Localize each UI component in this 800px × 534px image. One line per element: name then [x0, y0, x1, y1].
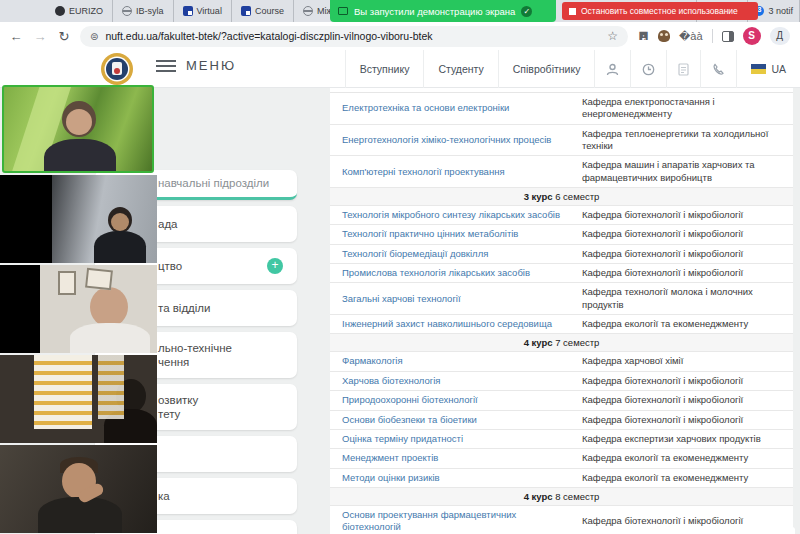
- department-cell: Кафедра екології та екоменеджменту: [576, 449, 793, 467]
- profile-avatar[interactable]: S: [743, 27, 761, 45]
- reload-icon[interactable]: ↻: [56, 29, 72, 44]
- stop-sharing-button[interactable]: Остановить совместное использование: [562, 2, 758, 20]
- browser-tab[interactable]: Virtual: [174, 0, 232, 22]
- discipline-cell: Менеджмент проектів: [330, 449, 576, 467]
- wall-frame: [85, 268, 113, 291]
- discipline-link[interactable]: Фармакологія: [342, 355, 403, 367]
- tab-title: 3 notif: [768, 6, 793, 16]
- video-call-strip: [0, 85, 157, 534]
- profile-chip[interactable]: Д: [770, 27, 790, 45]
- participant-body: [94, 231, 146, 263]
- clock-icon: [642, 63, 655, 76]
- site-settings-icon[interactable]: ⊜: [90, 31, 98, 42]
- site-nav: Вступнику Студенту Співробітнику UA: [345, 50, 800, 88]
- language-switcher[interactable]: UA: [736, 50, 800, 88]
- participant-video-tile[interactable]: [0, 445, 157, 533]
- discipline-link[interactable]: Технологія мікробного синтезу лікарських…: [342, 209, 560, 221]
- department-cell: Кафедра біотехнології і мікробіології: [576, 225, 793, 243]
- department-cell: Кафедра біотехнології і мікробіології: [576, 264, 793, 282]
- department-cell: Кафедра біотехнології і мікробіології: [576, 391, 793, 409]
- expand-plus-icon[interactable]: +: [267, 258, 283, 274]
- table-row: Технології практично цінних метаболітів …: [330, 225, 793, 244]
- section-header-cell: 4 курс 7 семестр: [330, 334, 793, 351]
- discipline-link[interactable]: Електротехніка та основи електроніки: [342, 102, 509, 114]
- discipline-link[interactable]: Промислова технологія лікарських засобів: [342, 267, 530, 279]
- department-cell: Кафедра теплоенергетики та холодильної т…: [576, 125, 793, 156]
- forward-icon[interactable]: →: [32, 29, 48, 44]
- table-row: 3 курс 6 семестр: [330, 188, 793, 206]
- discipline-cell: Харчова біотехнологія: [330, 372, 576, 390]
- table-row: Природоохоронні біотехнології Кафедра бі…: [330, 391, 793, 410]
- university-logo[interactable]: [100, 52, 134, 86]
- participant-body: [38, 497, 122, 533]
- nav-link[interactable]: Вступнику: [345, 50, 424, 88]
- site-header: МЕНЮ Вступнику Студенту Співробітнику UA: [0, 50, 800, 88]
- contacts-nav-item[interactable]: [700, 50, 736, 88]
- discipline-cell: Фармакологія: [330, 352, 576, 370]
- browser-tab[interactable]: IB-syla: [113, 0, 174, 22]
- browser-tab[interactable]: EURIZO: [46, 0, 113, 22]
- discipline-link[interactable]: Загальні харчові технології: [342, 293, 461, 305]
- department-cell: Кафедра екології та екоменеджменту: [576, 315, 793, 333]
- footer-panel-top: [512, 527, 795, 534]
- section-header-cell: 4 курс 8 семестр: [330, 488, 793, 505]
- participant-body: [70, 323, 150, 353]
- extensions-puzzle-icon[interactable]: �àà: [679, 30, 703, 43]
- menu-toggle[interactable]: МЕНЮ: [156, 58, 236, 73]
- share-nav-item[interactable]: [594, 50, 630, 88]
- discipline-link[interactable]: Харчова біотехнологія: [342, 375, 440, 387]
- tab-favicon-icon: [241, 6, 251, 16]
- disciplines-table: Електротехніка та основи електроніки Каф…: [330, 93, 793, 534]
- discipline-cell: Природоохоронні біотехнології: [330, 391, 576, 409]
- department-cell: Кафедра біотехнології і мікробіології: [576, 206, 793, 224]
- screen-share-banner: Вы запустили демонстрацию экрана ✓: [330, 0, 556, 22]
- discipline-link[interactable]: Природоохоронні біотехнології: [342, 394, 478, 406]
- discipline-link[interactable]: Інженерний захист навколишнього середови…: [342, 318, 552, 330]
- side-panel-icon[interactable]: [722, 31, 734, 42]
- discipline-link[interactable]: Основи біобезпеки та біоетики: [342, 414, 477, 426]
- tab-favicon-icon: [183, 6, 193, 16]
- participant-video-tile[interactable]: [0, 175, 157, 263]
- table-row: Електротехніка та основи електроніки Каф…: [330, 93, 793, 125]
- discipline-cell: Інженерний захист навколишнього середови…: [330, 315, 576, 333]
- discipline-link[interactable]: Технології біоремедіації довкілля: [342, 248, 488, 260]
- discipline-link[interactable]: Технології практично цінних метаболітів: [342, 228, 518, 240]
- table-row: 4 курс 7 семестр: [330, 334, 793, 352]
- discipline-link[interactable]: Оцінка терміну придатності: [342, 433, 463, 445]
- document-icon: [678, 63, 689, 76]
- back-icon[interactable]: ←: [8, 29, 24, 44]
- extension-owl-icon[interactable]: [658, 30, 670, 42]
- table-row: Енерготехнологія хіміко-технологічних пр…: [330, 125, 793, 157]
- section-header-cell: 3 курс 6 семестр: [330, 188, 793, 205]
- translate-icon[interactable]: 🖪: [638, 30, 649, 42]
- discipline-cell: Електротехніка та основи електроніки: [330, 93, 576, 124]
- sidebar-item-label: цтво: [158, 259, 267, 273]
- table-row: 4 курс 8 семестр: [330, 488, 793, 506]
- url-omnibox[interactable]: ⊜ nuft.edu.ua/fakultet-btek/?active=kata…: [80, 26, 628, 47]
- bookmark-star-icon[interactable]: ☆: [607, 29, 618, 43]
- participant-video-tile[interactable]: [2, 85, 154, 173]
- participant-video-tile[interactable]: [0, 265, 157, 353]
- discipline-link[interactable]: Методи оцінки ризиків: [342, 472, 440, 484]
- nav-link[interactable]: Студенту: [423, 50, 497, 88]
- discipline-link[interactable]: Енерготехнологія хіміко-технологічних пр…: [342, 134, 551, 146]
- discipline-cell: Основи біобезпеки та біоетики: [330, 411, 576, 429]
- menu-label: МЕНЮ: [186, 58, 236, 73]
- participant-face: [66, 109, 92, 135]
- department-cell: Кафедра технології молока і молочних про…: [576, 283, 793, 314]
- participant-head: [116, 379, 146, 413]
- department-cell: Кафедра біотехнології і мікробіології: [576, 245, 793, 263]
- participant-video-tile[interactable]: [0, 355, 157, 443]
- browser-tab[interactable]: Course: [232, 0, 294, 22]
- schedule-nav-item[interactable]: [630, 50, 666, 88]
- participant-body: [104, 409, 157, 443]
- url-text: nuft.edu.ua/fakultet-btek/?active=katalo…: [105, 30, 600, 42]
- documents-nav-item[interactable]: [666, 50, 700, 88]
- tab-favicon-icon: [303, 6, 313, 16]
- wall-frame: [58, 271, 76, 295]
- disciplines-table-panel: Електротехніка та основи електроніки Каф…: [330, 86, 793, 534]
- discipline-link[interactable]: Комп'ютерні технології проектування: [342, 166, 505, 178]
- discipline-link[interactable]: Менеджмент проектів: [342, 452, 438, 464]
- nav-link[interactable]: Співробітнику: [498, 50, 595, 88]
- participant-face: [111, 213, 129, 231]
